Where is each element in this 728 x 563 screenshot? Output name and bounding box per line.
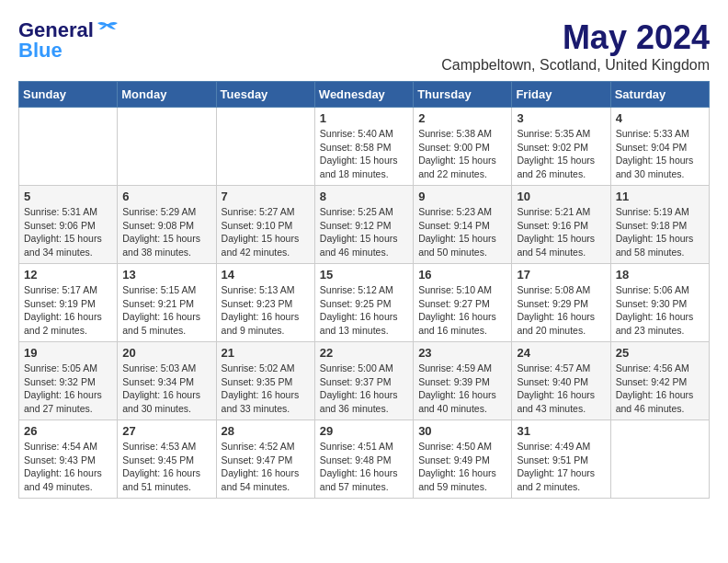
cell-info: Sunset: 9:42 PM: [616, 375, 704, 389]
day-number: 1: [320, 111, 408, 125]
weekday-header-row: SundayMondayTuesdayWednesdayThursdayFrid…: [19, 82, 710, 108]
day-number: 29: [320, 424, 408, 438]
cell-info: Sunset: 9:30 PM: [616, 297, 704, 311]
week-row-2: 5Sunrise: 5:31 AMSunset: 9:06 PMDaylight…: [19, 186, 710, 264]
day-number: 20: [122, 346, 210, 360]
calendar-cell: 27Sunrise: 4:53 AMSunset: 9:45 PMDayligh…: [118, 420, 216, 499]
cell-info: Sunrise: 4:50 AM: [418, 440, 506, 454]
calendar-cell: 22Sunrise: 5:00 AMSunset: 9:37 PMDayligh…: [314, 342, 413, 420]
cell-info: Daylight: 15 hours: [517, 154, 605, 167]
day-number: 4: [616, 111, 704, 125]
title-block: May 2024 Campbeltown, Scotland, United K…: [441, 18, 710, 74]
cell-info: Daylight: 15 hours: [222, 232, 310, 246]
calendar-cell: 1Sunrise: 5:40 AMSunset: 8:58 PMDaylight…: [314, 108, 413, 186]
cell-info: and 34 minutes.: [24, 246, 112, 259]
cell-info: Sunset: 9:39 PM: [418, 375, 506, 389]
cell-info: Sunset: 9:25 PM: [320, 297, 408, 311]
weekday-header-tuesday: Tuesday: [216, 82, 314, 108]
cell-info: Sunset: 9:29 PM: [517, 297, 605, 311]
cell-info: Sunset: 9:02 PM: [517, 141, 605, 155]
cell-info: Sunset: 9:34 PM: [122, 375, 210, 389]
weekday-header-saturday: Saturday: [610, 82, 709, 108]
calendar-cell: 18Sunrise: 5:06 AMSunset: 9:30 PMDayligh…: [610, 264, 709, 342]
weekday-header-friday: Friday: [512, 82, 610, 108]
calendar-cell: 28Sunrise: 4:52 AMSunset: 9:47 PMDayligh…: [216, 420, 314, 499]
cell-info: Daylight: 16 hours: [418, 310, 506, 324]
cell-info: Sunrise: 5:08 AM: [517, 283, 605, 297]
cell-info: Daylight: 16 hours: [222, 388, 310, 402]
cell-info: and 16 minutes.: [418, 324, 506, 338]
cell-info: and 13 minutes.: [320, 324, 408, 338]
cell-info: and 18 minutes.: [320, 167, 408, 181]
cell-info: Sunrise: 5:13 AM: [222, 283, 310, 297]
week-row-3: 12Sunrise: 5:17 AMSunset: 9:19 PMDayligh…: [19, 264, 710, 342]
cell-info: and 43 minutes.: [517, 402, 605, 416]
cell-info: Daylight: 16 hours: [122, 310, 210, 324]
cell-info: Sunrise: 5:02 AM: [222, 362, 310, 375]
cell-info: Sunset: 9:08 PM: [122, 219, 210, 233]
cell-info: Sunrise: 4:52 AM: [222, 440, 310, 454]
cell-info: Daylight: 16 hours: [24, 388, 112, 402]
cell-info: Daylight: 16 hours: [616, 388, 704, 402]
cell-info: Sunrise: 5:33 AM: [616, 127, 704, 141]
cell-info: Daylight: 15 hours: [320, 232, 408, 246]
cell-info: Daylight: 17 hours: [517, 466, 605, 480]
logo-blue-text: Blue: [18, 39, 63, 63]
cell-info: Daylight: 16 hours: [122, 388, 210, 402]
cell-info: Daylight: 15 hours: [122, 232, 210, 246]
calendar-cell: 19Sunrise: 5:05 AMSunset: 9:32 PMDayligh…: [19, 342, 118, 420]
cell-info: Daylight: 16 hours: [122, 466, 210, 480]
weekday-header-wednesday: Wednesday: [314, 82, 413, 108]
cell-info: Sunset: 9:06 PM: [24, 219, 112, 233]
cell-info: Daylight: 16 hours: [24, 310, 112, 324]
cell-info: and 30 minutes.: [122, 402, 210, 416]
cell-info: Daylight: 16 hours: [616, 310, 704, 324]
week-row-5: 26Sunrise: 4:54 AMSunset: 9:43 PMDayligh…: [19, 420, 710, 499]
cell-info: and 23 minutes.: [616, 324, 704, 338]
cell-info: Sunrise: 4:56 AM: [616, 362, 704, 375]
calendar-cell: 2Sunrise: 5:38 AMSunset: 9:00 PMDaylight…: [414, 108, 512, 186]
day-number: 28: [222, 424, 310, 438]
calendar-cell: 25Sunrise: 4:56 AMSunset: 9:42 PMDayligh…: [610, 342, 709, 420]
day-number: 5: [24, 190, 112, 203]
day-number: 14: [222, 268, 310, 282]
day-number: 30: [418, 424, 506, 438]
cell-info: Daylight: 16 hours: [517, 388, 605, 402]
cell-info: Sunrise: 5:00 AM: [320, 362, 408, 375]
cell-info: and 40 minutes.: [418, 402, 506, 416]
cell-info: Sunset: 9:23 PM: [222, 297, 310, 311]
cell-info: Sunrise: 5:03 AM: [122, 362, 210, 375]
calendar-cell: 14Sunrise: 5:13 AMSunset: 9:23 PMDayligh…: [216, 264, 314, 342]
cell-info: Sunrise: 5:23 AM: [418, 205, 506, 219]
calendar-cell: 21Sunrise: 5:02 AMSunset: 9:35 PMDayligh…: [216, 342, 314, 420]
calendar-cell: 16Sunrise: 5:10 AMSunset: 9:27 PMDayligh…: [414, 264, 512, 342]
cell-info: Sunset: 9:43 PM: [24, 454, 112, 467]
calendar-cell: 11Sunrise: 5:19 AMSunset: 9:18 PMDayligh…: [610, 186, 709, 264]
cell-info: Sunset: 9:32 PM: [24, 375, 112, 389]
calendar-cell: 9Sunrise: 5:23 AMSunset: 9:14 PMDaylight…: [414, 186, 512, 264]
calendar-cell: 31Sunrise: 4:49 AMSunset: 9:51 PMDayligh…: [512, 420, 610, 499]
cell-info: Sunset: 9:21 PM: [122, 297, 210, 311]
cell-info: Sunrise: 5:35 AM: [517, 127, 605, 141]
cell-info: Daylight: 15 hours: [616, 232, 704, 246]
cell-info: and 54 minutes.: [222, 480, 310, 494]
calendar-cell: [118, 108, 216, 186]
day-number: 10: [517, 190, 605, 203]
cell-info: and 46 minutes.: [616, 402, 704, 416]
day-number: 13: [122, 268, 210, 282]
cell-info: Sunset: 9:18 PM: [616, 219, 704, 233]
day-number: 21: [222, 346, 310, 360]
day-number: 27: [122, 424, 210, 438]
cell-info: Daylight: 16 hours: [320, 310, 408, 324]
cell-info: Sunrise: 5:05 AM: [24, 362, 112, 375]
cell-info: Sunrise: 5:27 AM: [222, 205, 310, 219]
calendar-cell: 5Sunrise: 5:31 AMSunset: 9:06 PMDaylight…: [19, 186, 118, 264]
cell-info: Sunset: 9:27 PM: [418, 297, 506, 311]
cell-info: Sunrise: 4:54 AM: [24, 440, 112, 454]
cell-info: Sunrise: 5:12 AM: [320, 283, 408, 297]
cell-info: Sunrise: 5:21 AM: [517, 205, 605, 219]
cell-info: Sunrise: 5:40 AM: [320, 127, 408, 141]
calendar-cell: 4Sunrise: 5:33 AMSunset: 9:04 PMDaylight…: [610, 108, 709, 186]
cell-info: Sunset: 9:16 PM: [517, 219, 605, 233]
cell-info: Sunset: 9:12 PM: [320, 219, 408, 233]
